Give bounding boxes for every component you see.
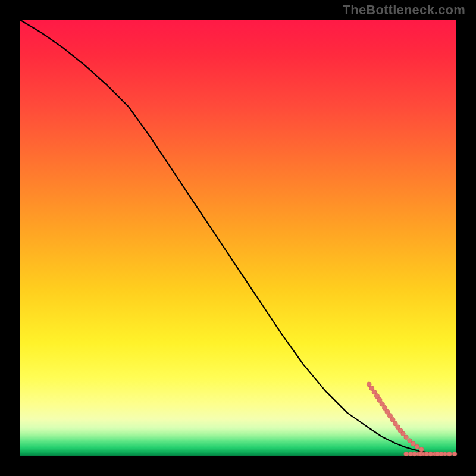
- chart-frame: TheBottleneck.com: [0, 0, 476, 476]
- marker-dot: [443, 452, 447, 456]
- marker-dot: [419, 447, 424, 452]
- bottleneck-curve: [20, 20, 456, 455]
- marker-dot: [439, 452, 444, 456]
- scatter-markers: [367, 382, 457, 456]
- marker-dot: [415, 444, 419, 449]
- marker-dot: [411, 441, 416, 446]
- marker-dot: [428, 452, 433, 456]
- marker-dot: [404, 452, 409, 456]
- chart-svg: [20, 20, 456, 456]
- marker-dot: [447, 452, 452, 456]
- watermark-label: TheBottleneck.com: [343, 2, 465, 18]
- marker-dot: [452, 452, 457, 456]
- plot-area: [20, 20, 456, 456]
- marker-dot: [404, 435, 409, 440]
